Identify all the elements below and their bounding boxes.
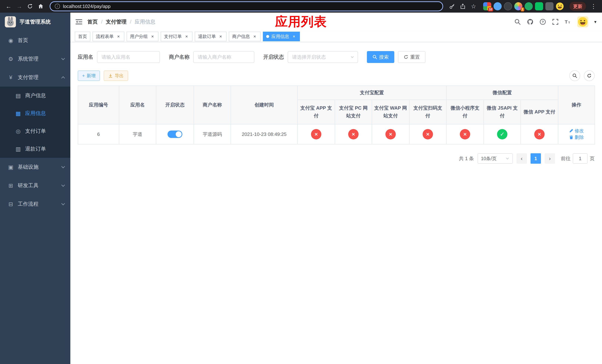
- search-button[interactable]: 搜索: [367, 51, 394, 63]
- svg-text:T: T: [568, 21, 570, 24]
- extension-wechat-icon[interactable]: [535, 2, 543, 10]
- tab-process-form[interactable]: 流程表单 ×: [93, 32, 124, 41]
- sidebar-item-pay-order[interactable]: ◎ 支付订单: [0, 122, 70, 140]
- jump-page-input[interactable]: [573, 153, 588, 164]
- share-icon[interactable]: [458, 1, 468, 11]
- page-number-button[interactable]: 1: [531, 153, 541, 164]
- export-button[interactable]: 导出: [104, 71, 128, 81]
- tab-user-group[interactable]: 用户分组 ×: [127, 32, 159, 41]
- edit-link[interactable]: 修改: [569, 128, 584, 134]
- filter-status: 开启状态 请选择开启状态: [263, 51, 358, 63]
- site-info-icon[interactable]: i: [55, 4, 60, 9]
- extension-drop-icon[interactable]: [494, 2, 502, 10]
- extension-badge: 1: [521, 7, 524, 11]
- sidebar-item-refund-order[interactable]: ▥ 退款订单: [0, 140, 70, 158]
- chevron-up-icon: [61, 76, 65, 80]
- gear-icon: ⚙: [7, 56, 14, 62]
- browser-back-icon[interactable]: ←: [4, 1, 13, 11]
- browser-menu-icon[interactable]: ⋮: [589, 1, 598, 11]
- search-icon[interactable]: [514, 19, 521, 25]
- document-icon: ▥: [15, 146, 22, 152]
- cross-status-icon: ×: [311, 129, 321, 139]
- page-annotation: 应用列表: [275, 15, 327, 28]
- app-name-input[interactable]: [97, 51, 160, 63]
- password-key-icon[interactable]: [447, 1, 457, 11]
- app-name-label: 应用名: [78, 54, 93, 61]
- breadcrumb-home[interactable]: 首页: [87, 18, 98, 25]
- extension-dark-icon[interactable]: [504, 2, 512, 10]
- column-header-name: 应用名: [119, 86, 156, 124]
- help-icon[interactable]: ?: [539, 19, 546, 25]
- logo-rabbit-image: [5, 16, 16, 27]
- sidebar-item-workflow[interactable]: ⊟ 工作流程: [0, 195, 70, 213]
- sidebar-item-merchant-info[interactable]: ▤ 商户信息: [0, 87, 70, 104]
- browser-home-icon[interactable]: [36, 1, 45, 11]
- toggle-knob: [176, 131, 182, 137]
- reset-button[interactable]: 重置: [398, 51, 425, 63]
- sidebar-item-payment[interactable]: ¥ 支付管理: [0, 68, 70, 87]
- close-icon[interactable]: ×: [116, 34, 121, 39]
- column-header-id: 应用编号: [78, 86, 119, 124]
- page-size-select[interactable]: 10条/页: [478, 153, 513, 164]
- avatar[interactable]: [577, 16, 588, 27]
- extension-emoji-icon[interactable]: [556, 2, 564, 10]
- close-icon[interactable]: ×: [150, 34, 155, 39]
- column-header-merchant: 商户名称: [194, 86, 231, 124]
- logo-row[interactable]: 芋道管理系统: [0, 13, 70, 31]
- tab-label: 退款订单: [198, 33, 216, 39]
- add-button[interactable]: + 新增: [78, 71, 100, 81]
- sidebar-item-app-info[interactable]: ▦ 应用信息: [0, 104, 70, 122]
- github-icon[interactable]: [527, 19, 534, 25]
- toggle-search-button[interactable]: [570, 70, 580, 81]
- plus-icon: +: [82, 73, 85, 78]
- extension-puzzle-icon[interactable]: [545, 2, 553, 10]
- tab-label: 流程表单: [96, 33, 114, 39]
- refresh-table-button[interactable]: [584, 70, 595, 81]
- page-size-value: 10条/页: [481, 156, 497, 162]
- column-header-wx-lite: 微信小程序支付: [446, 100, 484, 124]
- bookmark-star-icon[interactable]: ☆: [469, 1, 478, 11]
- fullscreen-icon[interactable]: [552, 19, 559, 25]
- browser-refresh-icon[interactable]: [25, 1, 35, 11]
- sidebar-item-dev-tools[interactable]: ⊞ 研发工具: [0, 176, 70, 195]
- sidebar-toggle-icon[interactable]: [75, 19, 82, 25]
- extension-avatar-icon[interactable]: 1: [514, 2, 522, 10]
- sidebar-item-home[interactable]: ◉ 首页: [0, 31, 70, 50]
- address-bar[interactable]: i localhost:1024/pay/app: [50, 1, 443, 11]
- tab-merchant-info[interactable]: 商户信息 ×: [229, 32, 261, 41]
- sidebar-item-infrastructure[interactable]: ▣ 基础设施: [0, 158, 70, 176]
- tab-app-info[interactable]: 应用信息 ×: [263, 32, 300, 41]
- cell-alipay-wap: ×: [372, 124, 409, 144]
- breadcrumb-section[interactable]: 支付管理: [106, 18, 127, 25]
- tab-label: 用户分组: [130, 33, 148, 39]
- close-icon[interactable]: ×: [218, 34, 223, 39]
- status-select[interactable]: 请选择开启状态: [288, 51, 358, 63]
- pagination: 共 1 条 10条/页 ‹ 1 › 前往 页: [78, 153, 595, 164]
- cross-status-icon: ×: [534, 129, 545, 139]
- sidebar-item-system[interactable]: ⚙ 系统管理: [0, 50, 70, 68]
- group-header-wechat: 微信配置: [446, 86, 558, 100]
- cell-name: 芋道: [119, 124, 156, 144]
- sidebar: 芋道管理系统 ◉ 首页 ⚙ 系统管理 ¥ 支付管理 ▤ 商户信息: [0, 13, 70, 364]
- browser-forward-icon[interactable]: →: [14, 1, 24, 11]
- delete-link[interactable]: 删除: [569, 134, 584, 140]
- next-page-button[interactable]: ›: [545, 153, 555, 164]
- extension-grid-icon[interactable]: 10: [483, 2, 491, 10]
- merchant-name-label: 商户名称: [169, 54, 190, 61]
- svg-text:T: T: [565, 20, 568, 24]
- font-size-icon[interactable]: TT: [565, 19, 571, 25]
- browser-update-button[interactable]: 更新: [570, 2, 586, 11]
- close-icon[interactable]: ×: [184, 34, 189, 39]
- extension-green-circle-icon[interactable]: [525, 2, 533, 10]
- avatar-dropdown-caret-icon[interactable]: ▾: [594, 19, 596, 24]
- column-header-status: 开启状态: [156, 86, 194, 124]
- extensions-row: 10 1: [481, 2, 564, 10]
- close-icon[interactable]: ×: [291, 34, 297, 39]
- merchant-name-input[interactable]: [193, 51, 254, 63]
- prev-page-button[interactable]: ‹: [516, 153, 527, 164]
- tab-home[interactable]: 首页: [75, 32, 90, 41]
- tab-refund-order[interactable]: 退款订单 ×: [195, 32, 226, 41]
- status-toggle[interactable]: [168, 130, 182, 138]
- close-icon[interactable]: ×: [252, 34, 257, 39]
- tab-pay-order[interactable]: 支付订单 ×: [161, 32, 193, 41]
